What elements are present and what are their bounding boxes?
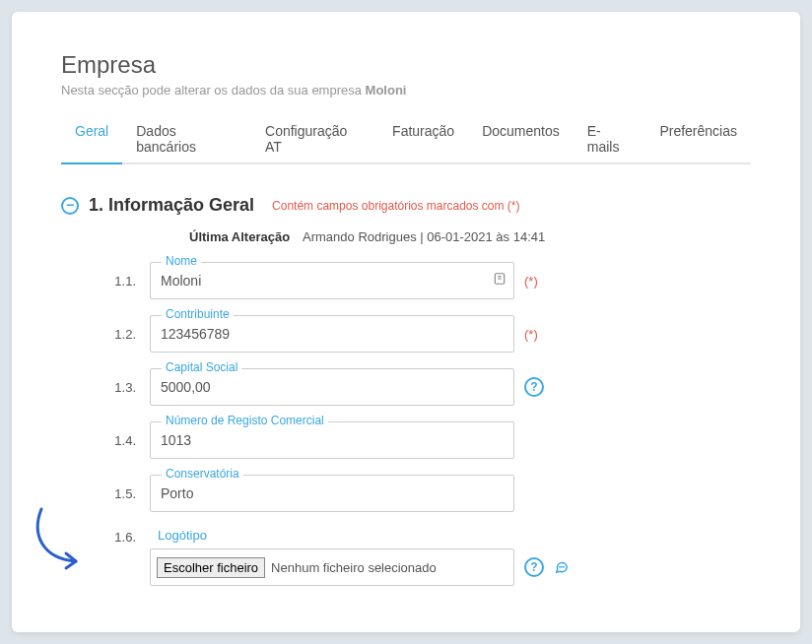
last-modified-label: Última Alteração	[189, 229, 290, 244]
trailing: (*)	[524, 327, 538, 342]
label-capital: Capital Social	[162, 360, 241, 374]
label-conservatoria: Conservatória	[162, 467, 243, 481]
last-modified-value: Armando Rodrigues | 06-01-2021 às 14:41	[303, 229, 545, 244]
tab-faturacao[interactable]: Faturação	[378, 115, 468, 164]
trailing: ?	[524, 557, 572, 577]
input-wrap-registo: Número de Registo Comercial	[150, 421, 514, 459]
label-nome: Nome	[162, 254, 201, 268]
input-wrap-contribuinte: Contribuinte	[150, 315, 514, 353]
file-input-box: Escolher ficheiro Nenhum ficheiro seleci…	[150, 548, 514, 586]
svg-point-3	[560, 566, 561, 567]
form-rows: 1.1. Nome (*) 1.2. Contribuinte (*)	[110, 262, 751, 586]
help-icon[interactable]: ?	[524, 377, 544, 397]
row-number: 1.2.	[110, 327, 150, 342]
section-title: 1. Informação Geral	[89, 195, 254, 216]
choose-file-button[interactable]: Escolher ficheiro	[157, 557, 265, 578]
row-conservatoria: 1.5. Conservatória	[110, 475, 751, 512]
row-registo-comercial: 1.4. Número de Registo Comercial	[110, 421, 751, 459]
trailing: (*)	[524, 274, 538, 289]
last-modified: Última Alteração Armando Rodrigues | 06-…	[189, 229, 751, 244]
file-status-text: Nenhum ficheiro selecionado	[271, 560, 437, 575]
tab-documentos[interactable]: Documentos	[468, 115, 574, 164]
row-capital-social: 1.3. Capital Social ?	[110, 368, 751, 406]
input-wrap-capital: Capital Social	[150, 368, 514, 406]
row-number: 1.4.	[110, 433, 150, 448]
input-wrap-conservatoria: Conservatória	[150, 475, 514, 512]
row-number: 1.1.	[110, 274, 150, 289]
input-nome[interactable]	[150, 262, 514, 299]
row-nome: 1.1. Nome (*)	[110, 262, 751, 299]
comment-icon[interactable]	[552, 557, 572, 577]
required-mark: (*)	[524, 327, 538, 342]
row-number: 1.6.	[110, 530, 150, 545]
svg-point-4	[562, 566, 563, 567]
label-logotipo: Logótipo	[158, 528, 572, 543]
section-required-note: Contém campos obrigatórios marcados com …	[272, 199, 519, 213]
section-header: − 1. Informação Geral Contém campos obri…	[61, 195, 751, 216]
required-mark: (*)	[524, 274, 538, 289]
tab-preferencias[interactable]: Preferências	[645, 115, 751, 164]
logotipo-content: Logótipo Escolher ficheiro Nenhum fichei…	[150, 528, 572, 586]
svg-point-5	[564, 566, 565, 567]
help-icon[interactable]: ?	[524, 557, 544, 577]
trailing: ?	[524, 377, 544, 397]
tab-configuracao-at[interactable]: Configuração AT	[251, 115, 378, 164]
settings-card: Empresa Nesta secção pode alterar os dad…	[12, 12, 800, 632]
autofill-icon[interactable]	[493, 272, 507, 290]
page-title: Empresa	[61, 51, 751, 79]
collapse-icon[interactable]: −	[61, 197, 79, 215]
row-number: 1.5.	[110, 486, 150, 501]
input-wrap-nome: Nome	[150, 262, 514, 299]
row-contribuinte: 1.2. Contribuinte (*)	[110, 315, 751, 353]
page-subtitle: Nesta secção pode alterar os dados da su…	[61, 83, 751, 97]
tabs: Geral Dados bancários Configuração AT Fa…	[61, 115, 751, 165]
row-number: 1.3.	[110, 380, 150, 395]
annotation-arrow-icon	[22, 504, 101, 573]
label-contribuinte: Contribuinte	[162, 307, 234, 321]
tab-geral[interactable]: Geral	[61, 115, 122, 164]
label-registo: Número de Registo Comercial	[162, 414, 328, 427]
tab-emails[interactable]: E-mails	[574, 115, 646, 164]
row-logotipo: 1.6. Logótipo Escolher ficheiro Nenhum f…	[110, 528, 751, 586]
tab-dados-bancarios[interactable]: Dados bancários	[122, 115, 251, 164]
